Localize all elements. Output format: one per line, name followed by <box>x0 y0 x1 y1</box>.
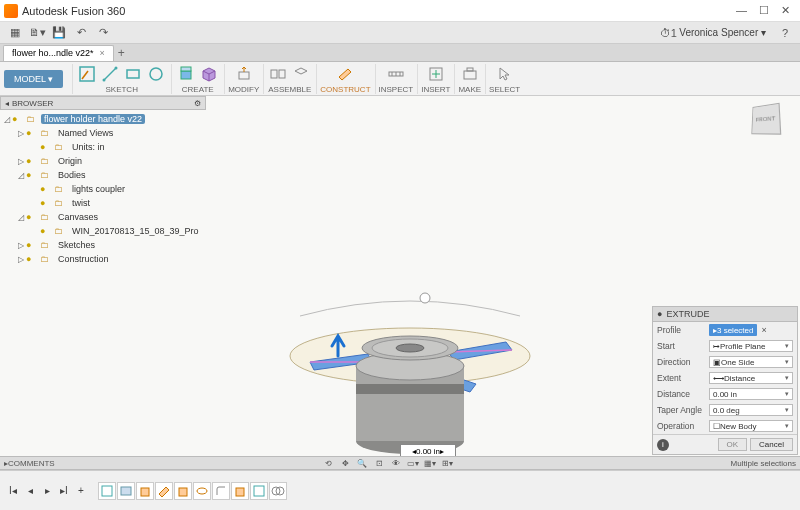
user-menu[interactable]: Veronica Spencer ▾ <box>679 27 766 38</box>
taper-input[interactable]: 0.0 deg▾ <box>709 404 793 416</box>
svg-rect-28 <box>179 488 187 496</box>
tree-item[interactable]: ▷●🗀Construction <box>2 252 204 266</box>
tree-item[interactable]: ●🗀twist <box>2 196 204 210</box>
feature-extrude3-icon[interactable] <box>231 482 249 500</box>
svg-rect-31 <box>254 486 264 496</box>
tab-label: flower ho...ndle v22* <box>12 48 94 58</box>
tree-item[interactable]: ▷●🗀Sketches <box>2 238 204 252</box>
svg-rect-7 <box>239 72 249 79</box>
svg-rect-13 <box>467 68 473 71</box>
make-icon[interactable] <box>459 64 481 84</box>
display-icon[interactable]: ▭▾ <box>405 459 421 468</box>
minimize-button[interactable]: — <box>736 4 747 17</box>
undo-icon[interactable]: ↶ <box>70 24 92 42</box>
info-icon[interactable]: i <box>657 439 669 451</box>
maximize-button[interactable]: ☐ <box>759 4 769 17</box>
tab-add-button[interactable]: + <box>118 46 125 60</box>
cancel-button[interactable]: Cancel <box>750 438 793 451</box>
document-tab[interactable]: flower ho...ndle v22* × <box>3 45 114 61</box>
tool-group-sketch: SKETCH <box>72 64 170 94</box>
extrude-icon[interactable] <box>175 64 197 84</box>
plane-icon[interactable] <box>334 64 356 84</box>
svg-point-1 <box>103 78 106 81</box>
feature-canvas-icon[interactable] <box>117 482 135 500</box>
svg-rect-19 <box>356 384 464 394</box>
tree-root[interactable]: ◿●🗀 flower holder handle v22 <box>2 112 204 126</box>
box-icon[interactable] <box>198 64 220 84</box>
svg-rect-30 <box>236 488 244 496</box>
distance-input[interactable]: 0.00 in▾ <box>709 388 793 400</box>
feature-revolve-icon[interactable] <box>193 482 211 500</box>
ok-button[interactable]: OK <box>718 438 748 451</box>
orbit-icon[interactable]: ⟲ <box>320 459 336 468</box>
feature-combine-icon[interactable] <box>269 482 287 500</box>
quick-access-bar: ▦ 🗎▾ 💾 ↶ ↷ ⏱1 Veronica Spencer ▾ ? <box>0 22 800 44</box>
look-icon[interactable]: 👁 <box>388 459 404 468</box>
browser-header[interactable]: ◂ BROWSER ⚙ <box>0 96 206 110</box>
file-menu-icon[interactable]: 🗎▾ <box>26 24 48 42</box>
select-icon[interactable] <box>494 64 516 84</box>
browser-panel: ◂ BROWSER ⚙ ◿●🗀 flower holder handle v22… <box>0 96 206 268</box>
joint-icon[interactable] <box>267 64 289 84</box>
start-label: Start <box>657 341 709 351</box>
tree-item[interactable]: ◿●🗀Bodies <box>2 168 204 182</box>
sketch-create-icon[interactable] <box>76 64 98 84</box>
notification-icon[interactable]: ⏱1 <box>657 24 679 42</box>
tree-item[interactable]: ●🗀WIN_20170813_15_08_39_Pro <box>2 224 204 238</box>
group-label: MODIFY <box>228 85 259 94</box>
feature-sketch-icon[interactable] <box>98 482 116 500</box>
status-text: Multiple selections <box>731 459 796 468</box>
viewcube-face[interactable]: FRONT <box>751 103 781 135</box>
timeline-play-icon[interactable]: ▸ <box>40 484 54 498</box>
redo-icon[interactable]: ↷ <box>92 24 114 42</box>
tab-close-icon[interactable]: × <box>100 48 105 58</box>
feature-extrude-icon[interactable] <box>136 482 154 500</box>
operation-label: Operation <box>657 421 709 431</box>
svg-rect-9 <box>279 70 285 78</box>
grid-menu-icon[interactable]: ▦ <box>4 24 26 42</box>
save-icon[interactable]: 💾 <box>48 24 70 42</box>
timeline-start-icon[interactable]: I◂ <box>6 484 20 498</box>
tree-item[interactable]: ◿●🗀Canvases <box>2 210 204 224</box>
tree-item[interactable]: ▷●🗀Origin <box>2 154 204 168</box>
start-dropdown[interactable]: ↦ Profile Plane▾ <box>709 340 793 352</box>
viewport-icon[interactable]: ⊞▾ <box>439 459 455 468</box>
direction-dropdown[interactable]: ▣ One Side▾ <box>709 356 793 368</box>
main-toolbar: MODEL ▾ SKETCH CREATE MODIFY ASSEMBLE <box>0 62 800 96</box>
help-icon[interactable]: ? <box>774 24 796 42</box>
line-icon[interactable] <box>99 64 121 84</box>
measure-icon[interactable] <box>385 64 407 84</box>
fit-icon[interactable]: ⊡ <box>371 459 387 468</box>
tree-item[interactable]: ▷●🗀Named Views <box>2 126 204 140</box>
feature-sketch2-icon[interactable] <box>250 482 268 500</box>
rect-icon[interactable] <box>122 64 144 84</box>
presspull-icon[interactable] <box>233 64 255 84</box>
extent-dropdown[interactable]: ⟷ Distance▾ <box>709 372 793 384</box>
panel-header[interactable]: ●EXTRUDE <box>653 307 797 322</box>
tree-item[interactable]: ●🗀Units: in <box>2 140 204 154</box>
operation-dropdown[interactable]: ☐ New Body▾ <box>709 420 793 432</box>
tree-item[interactable]: ●🗀lights coupler <box>2 182 204 196</box>
pan-icon[interactable]: ✥ <box>337 459 353 468</box>
circle-icon[interactable] <box>145 64 167 84</box>
browser-tree: ◿●🗀 flower holder handle v22 ▷●🗀Named Vi… <box>0 110 206 268</box>
timeline-end-icon[interactable]: + <box>74 484 88 498</box>
grid-icon[interactable]: ▦▾ <box>422 459 438 468</box>
viewport[interactable]: ◂ BROWSER ⚙ ◿●🗀 flower holder handle v22… <box>0 96 800 466</box>
assemble2-icon[interactable] <box>290 64 312 84</box>
feature-fillet-icon[interactable] <box>212 482 230 500</box>
comments-label[interactable]: COMMENTS <box>8 459 55 468</box>
viewcube[interactable]: FRONT <box>750 104 786 140</box>
close-button[interactable]: ✕ <box>781 4 790 17</box>
feature-extrude2-icon[interactable] <box>174 482 192 500</box>
timeline-back-icon[interactable]: ◂ <box>23 484 37 498</box>
browser-settings-icon[interactable]: ⚙ <box>194 99 201 108</box>
workspace-model-button[interactable]: MODEL ▾ <box>4 70 63 88</box>
zoom-icon[interactable]: 🔍 <box>354 459 370 468</box>
timeline-fwd-icon[interactable]: ▸I <box>57 484 71 498</box>
feature-plane-icon[interactable] <box>155 482 173 500</box>
profile-clear-icon[interactable]: × <box>761 325 766 335</box>
timeline: I◂ ◂ ▸ ▸I + <box>0 470 800 510</box>
insert-icon[interactable] <box>425 64 447 84</box>
profile-value[interactable]: ▸ 3 selected <box>709 324 757 336</box>
